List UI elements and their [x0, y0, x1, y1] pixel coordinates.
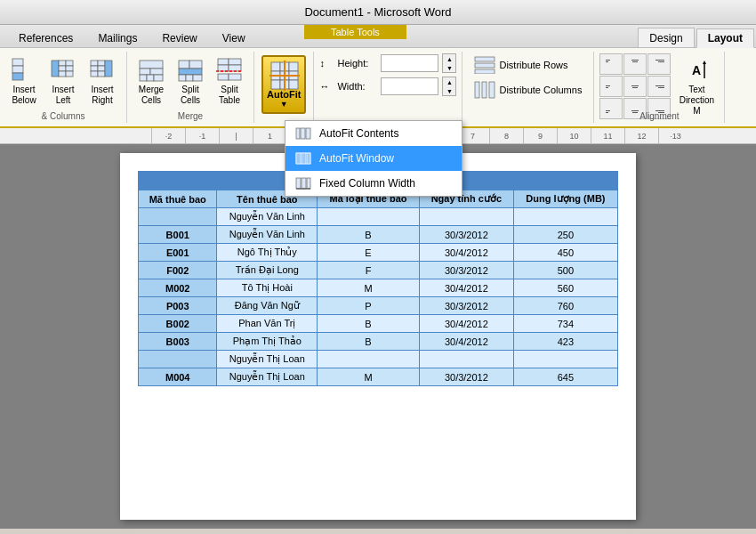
title-text: Document1 - Microsoft Word	[304, 5, 451, 19]
split-cells-icon	[176, 56, 205, 85]
svg-rect-3	[52, 61, 59, 77]
svg-rect-80	[307, 153, 310, 164]
autofit-window-item[interactable]: AutoFit Window	[286, 146, 462, 171]
tab-design[interactable]: Design	[638, 28, 694, 47]
split-table-button[interactable]: SplitTable	[211, 53, 248, 109]
tab-row: Table Tools References Mailings Review V…	[0, 25, 756, 48]
svg-rect-17	[140, 61, 163, 69]
table-cell-type: B	[318, 226, 420, 244]
svg-rect-50	[475, 82, 479, 98]
distribute-rows-label: Distribute Rows	[499, 60, 567, 70]
width-down[interactable]: ▼	[443, 86, 455, 95]
table-tools-label: Table Tools	[304, 25, 406, 39]
align-middle-left[interactable]	[599, 76, 623, 97]
height-row: ↕ Height: ▲ ▼	[319, 53, 456, 73]
table-cell-name: Nguyễn Văn Linh	[217, 226, 318, 244]
autofit-window-icon	[294, 151, 312, 166]
width-input[interactable]	[381, 77, 438, 95]
svg-rect-38	[289, 62, 298, 71]
svg-rect-53	[606, 60, 610, 61]
table-cell-name: Nguyễn Thị Loan	[217, 351, 318, 368]
fixed-column-width-icon	[294, 176, 312, 190]
height-input[interactable]	[381, 54, 438, 72]
svg-rect-81	[296, 178, 301, 189]
svg-rect-51	[482, 82, 487, 98]
svg-rect-16	[105, 61, 112, 77]
autofit-icon	[269, 61, 298, 89]
insert-below-button[interactable]: InsertBelow	[5, 53, 43, 109]
height-label: Height:	[337, 58, 377, 69]
align-middle-right[interactable]	[647, 76, 671, 97]
col-header-0: Mã thuê bao	[139, 190, 217, 208]
insert-right-button[interactable]: InsertRight	[84, 53, 121, 109]
merge-cells-icon	[137, 56, 165, 85]
svg-text:A: A	[692, 63, 701, 77]
table-cell-size: 734	[513, 315, 617, 333]
autofit-dropdown: AutoFit Contents AutoFit Window Fixed Co…	[285, 120, 462, 197]
height-up[interactable]: ▲	[443, 54, 455, 63]
table-cell-type	[318, 208, 420, 226]
width-spinner[interactable]: ▲ ▼	[442, 77, 456, 96]
tab-review[interactable]: Review	[150, 28, 208, 47]
svg-rect-57	[655, 60, 664, 61]
svg-rect-4	[59, 61, 66, 66]
width-up[interactable]: ▲	[443, 77, 455, 86]
table-cell-type: M	[318, 279, 420, 297]
autofit-contents-item[interactable]: AutoFit Contents	[286, 121, 462, 146]
tab-view[interactable]: View	[211, 28, 257, 47]
ribbon: InsertBelow InsertLeft	[0, 48, 756, 128]
table-row: B003Phạm Thị ThảoB30/4/2012423	[139, 333, 618, 351]
table-cell-size: 450	[513, 244, 617, 262]
table-cell-id: B003	[139, 333, 217, 351]
distribute-rows-icon	[474, 56, 495, 74]
svg-rect-1	[12, 66, 23, 73]
svg-rect-6	[59, 71, 66, 77]
distribute-rows-button[interactable]: Distribute Rows	[468, 53, 588, 77]
table-row: E001Ngô Thị ThủyE30/4/2012450	[139, 244, 618, 262]
table-cell-date: 30/4/2012	[419, 279, 513, 297]
align-top-left[interactable]	[599, 53, 623, 75]
svg-rect-76	[306, 128, 310, 139]
table-cell-date: 30/3/2012	[419, 226, 513, 244]
table-cell-size	[513, 351, 617, 368]
svg-rect-59	[606, 85, 610, 86]
tab-references[interactable]: References	[7, 28, 84, 47]
autofit-contents-icon	[294, 126, 312, 141]
align-top-center[interactable]	[623, 53, 647, 75]
group-merge-label: Merge	[127, 111, 253, 121]
table-cell-name: Phan Văn Trị	[217, 315, 318, 333]
table-cell-date	[419, 208, 513, 226]
align-top-right[interactable]	[647, 53, 671, 75]
group-alignment: A Text Direction M Alignment	[594, 52, 725, 123]
merge-cells-button[interactable]: MergeCells	[133, 53, 170, 109]
svg-rect-64	[658, 87, 664, 88]
align-middle-center[interactable]	[623, 76, 647, 97]
distribute-cols-button[interactable]: Distribute Columns	[468, 78, 588, 101]
text-direction-button[interactable]: A Text Direction M	[674, 53, 719, 119]
svg-rect-8	[66, 66, 73, 71]
insert-left-label: InsertLeft	[52, 85, 74, 106]
split-cells-button[interactable]: SplitCells	[172, 53, 209, 109]
table-cell-name: Ngô Thị Thủy	[217, 244, 318, 262]
tab-layout[interactable]: Layout	[696, 28, 754, 48]
svg-rect-10	[91, 61, 98, 66]
table-cell-name: Tô Thị Hoài	[217, 279, 318, 297]
svg-rect-2	[12, 73, 23, 80]
svg-rect-0	[12, 59, 23, 66]
svg-rect-58	[658, 61, 664, 62]
fixed-column-width-item[interactable]: Fixed Column Width	[286, 171, 462, 196]
table-cell-name: Phạm Thị Thảo	[217, 333, 318, 351]
tab-mailings[interactable]: Mailings	[86, 28, 149, 47]
ruler-mark: 8	[489, 128, 523, 144]
table-cell-id: F002	[139, 262, 217, 279]
table-cell-name: Nguyễn Thị Loan	[217, 368, 318, 386]
table-cell-date: 30/3/2012	[419, 297, 513, 315]
svg-rect-11	[91, 66, 98, 71]
height-down[interactable]: ▼	[443, 63, 455, 72]
height-spinner[interactable]: ▲ ▼	[442, 53, 456, 73]
distribute-cols-icon	[474, 81, 495, 99]
svg-rect-55	[631, 60, 639, 61]
svg-rect-7	[66, 61, 73, 66]
insert-left-button[interactable]: InsertLeft	[44, 53, 82, 109]
autofit-button[interactable]: AutoFit ▼	[261, 55, 306, 114]
